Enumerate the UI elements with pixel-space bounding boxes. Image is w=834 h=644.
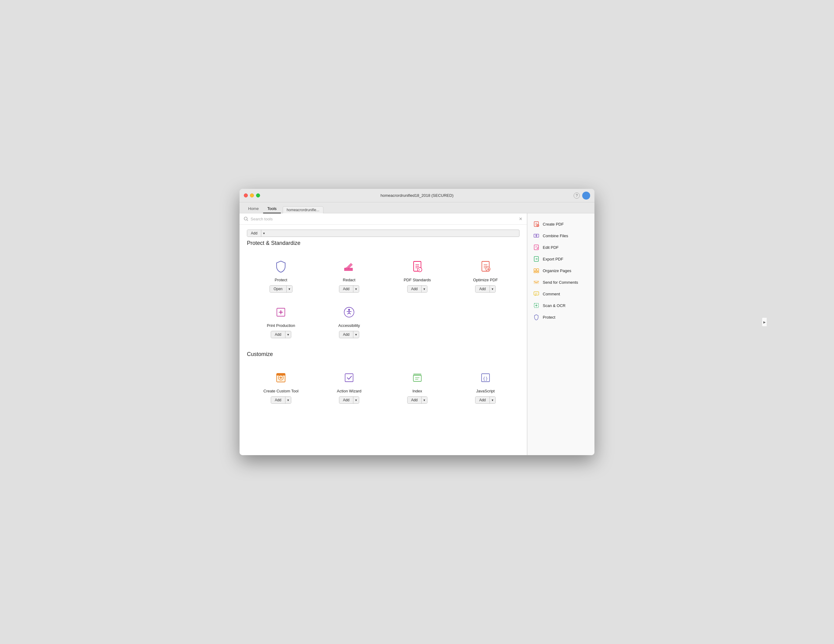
rp-comment-label: Comment <box>543 292 560 296</box>
index-add[interactable]: Add <box>407 397 421 403</box>
javascript-icon: {} <box>478 370 493 386</box>
rp-item-export-pdf[interactable]: Export PDF <box>527 253 595 265</box>
tab-document[interactable]: homeacrordrunifie... <box>283 206 323 214</box>
tool-item-optimize-pdf[interactable]: ⚙ Optimize PDF Add ▾ <box>451 254 519 296</box>
javascript-label: JavaScript <box>476 389 495 393</box>
titlebar: homeacrordrunified18_2018 (SECURED) ? <box>239 189 595 202</box>
top-add-arrow[interactable]: ▾ <box>261 230 267 236</box>
tool-item-pdf-standards[interactable]: ! PDF Standards Add ▾ <box>383 254 452 296</box>
redact-icon <box>341 259 357 275</box>
svg-rect-31 <box>534 281 539 284</box>
print-production-arrow[interactable]: ▾ <box>285 331 291 338</box>
protect-btn[interactable]: Open ▾ <box>270 285 292 293</box>
avatar[interactable] <box>582 192 590 199</box>
protect-open[interactable]: Open <box>270 286 286 292</box>
rp-item-protect[interactable]: Protect <box>527 311 595 323</box>
tool-item-protect[interactable]: Protect Open ▾ <box>247 254 315 296</box>
rp-item-scan-ocr[interactable]: Scan & OCR <box>527 300 595 311</box>
top-add-btn[interactable]: Add ▾ <box>247 230 519 237</box>
tool-item-redact[interactable]: Redact Add ▾ <box>315 254 383 296</box>
print-production-add[interactable]: Add <box>271 331 285 338</box>
svg-rect-28 <box>537 269 539 271</box>
accessibility-arrow[interactable]: ▾ <box>353 331 359 338</box>
svg-point-4 <box>418 267 422 272</box>
action-wizard-add[interactable]: Add <box>339 397 353 403</box>
rp-send-for-comments-label: Send for Comments <box>543 280 578 285</box>
javascript-add[interactable]: Add <box>475 397 489 403</box>
optimize-add[interactable]: Add <box>475 286 489 292</box>
comment-icon <box>533 290 540 297</box>
accessibility-label: Accessibility <box>338 323 360 328</box>
rp-item-comment[interactable]: Comment <box>527 288 595 300</box>
tab-bar: Home Tools homeacrordrunifie... <box>239 202 595 214</box>
svg-rect-18 <box>413 374 421 375</box>
svg-point-12 <box>348 309 350 311</box>
action-wizard-arrow[interactable]: ▾ <box>353 397 359 403</box>
action-wizard-btn[interactable]: Add ▾ <box>339 396 359 404</box>
index-label: Index <box>412 389 422 393</box>
pdf-standards-btn[interactable]: Add ▾ <box>407 285 427 293</box>
pdf-standards-add[interactable]: Add <box>407 286 421 292</box>
index-arrow[interactable]: ▾ <box>421 397 427 403</box>
close-search-icon[interactable]: ✕ <box>519 217 522 221</box>
create-custom-tool-add[interactable]: Add <box>271 397 285 403</box>
rp-item-combine-files[interactable]: Combine Files <box>527 230 595 241</box>
rp-item-send-for-comments[interactable]: Send for Comments <box>527 277 595 288</box>
accessibility-add[interactable]: Add <box>339 331 353 338</box>
search-bar: ✕ <box>239 214 527 225</box>
accessibility-btn[interactable]: Add ▾ <box>339 331 359 338</box>
top-add-main[interactable]: Add <box>247 230 261 236</box>
main-window: homeacrordrunified18_2018 (SECURED) ? Ho… <box>239 189 595 455</box>
right-panel: Create PDF Combine Files <box>527 214 595 455</box>
minimize-button[interactable] <box>250 193 254 197</box>
optimize-arrow[interactable]: ▾ <box>490 286 495 292</box>
rp-item-create-pdf[interactable]: Create PDF <box>527 218 595 230</box>
svg-rect-30 <box>537 272 539 273</box>
tool-item-print-production[interactable]: Print Production Add ▾ <box>247 299 315 342</box>
section-customize: Customize <box>247 351 519 408</box>
svg-rect-16 <box>345 374 353 382</box>
tool-item-javascript[interactable]: {} JavaScript Add ▾ <box>451 365 519 408</box>
tool-item-index[interactable]: Index Add ▾ <box>383 365 452 408</box>
search-input[interactable] <box>251 217 516 221</box>
print-production-btn[interactable]: Add ▾ <box>271 331 291 338</box>
protect-label: Protect <box>275 278 287 282</box>
close-button[interactable] <box>244 193 248 197</box>
tool-item-action-wizard[interactable]: Action Wizard Add ▾ <box>315 365 383 408</box>
rp-item-edit-pdf[interactable]: Edit PDF <box>527 241 595 253</box>
search-icon <box>244 217 248 221</box>
help-button[interactable]: ? <box>574 193 580 199</box>
rp-protect-label: Protect <box>543 315 555 320</box>
svg-text:⚙: ⚙ <box>487 268 489 271</box>
tool-item-accessibility[interactable]: Accessibility Add ▾ <box>315 299 383 342</box>
maximize-button[interactable] <box>256 193 260 197</box>
rp-organize-pages-label: Organize Pages <box>543 269 571 273</box>
scan-ocr-icon <box>533 302 540 309</box>
accessibility-icon <box>341 304 357 320</box>
create-custom-tool-btn[interactable]: Add ▾ <box>271 396 291 404</box>
tool-grid-protect: Protect Open ▾ <box>247 254 519 342</box>
top-add-wrap: Add ▾ <box>247 230 519 237</box>
javascript-arrow[interactable]: ▾ <box>490 397 495 403</box>
create-custom-tool-arrow[interactable]: ▾ <box>285 397 291 403</box>
rp-export-pdf-label: Export PDF <box>543 257 563 261</box>
edit-pdf-icon <box>533 244 540 251</box>
tab-tools[interactable]: Tools <box>263 204 281 214</box>
section-heading-protect: Protect & Standardize <box>247 240 519 246</box>
pdf-standards-arrow[interactable]: ▾ <box>421 286 427 292</box>
redact-btn[interactable]: Add ▾ <box>339 285 359 293</box>
redact-add[interactable]: Add <box>339 286 353 292</box>
protect-arrow[interactable]: ▾ <box>286 286 292 292</box>
index-btn[interactable]: Add ▾ <box>407 396 427 404</box>
create-pdf-icon <box>533 221 540 227</box>
tool-item-create-custom-tool[interactable]: Create Custom Tool Add ▾ <box>247 365 315 408</box>
tab-home[interactable]: Home <box>244 204 263 214</box>
svg-rect-29 <box>534 272 536 273</box>
tool-grid-customize: Create Custom Tool Add ▾ <box>247 365 519 408</box>
redact-arrow[interactable]: ▾ <box>353 286 359 292</box>
send-for-comments-icon <box>533 279 540 286</box>
optimize-pdf-btn[interactable]: Add ▾ <box>475 285 495 293</box>
rp-item-organize-pages[interactable]: Organize Pages <box>527 265 595 277</box>
organize-pages-icon <box>533 267 540 274</box>
javascript-btn[interactable]: Add ▾ <box>475 396 495 404</box>
